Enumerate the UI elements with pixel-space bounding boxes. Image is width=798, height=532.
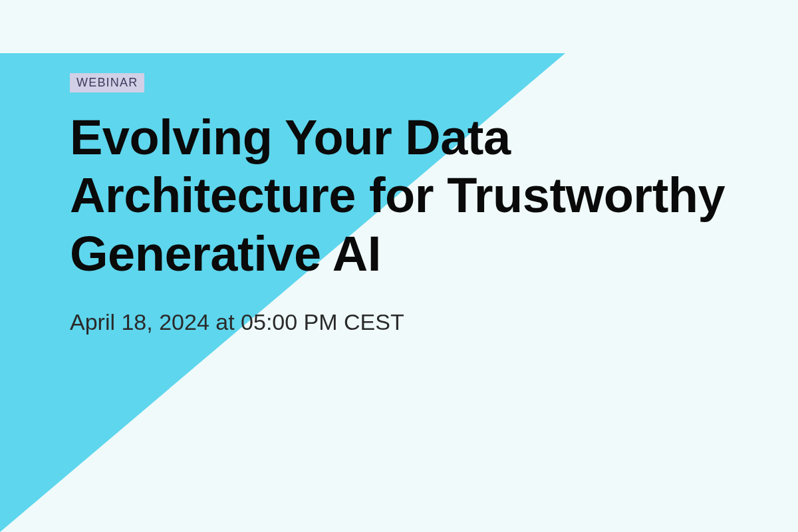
- page-title: Evolving Your Data Architecture for Trus…: [70, 108, 732, 283]
- event-datetime: April 18, 2024 at 05:00 PM CEST: [70, 309, 732, 335]
- content-type-tag: WEBINAR: [70, 73, 144, 92]
- hero-content: WEBINAR Evolving Your Data Architecture …: [0, 0, 798, 335]
